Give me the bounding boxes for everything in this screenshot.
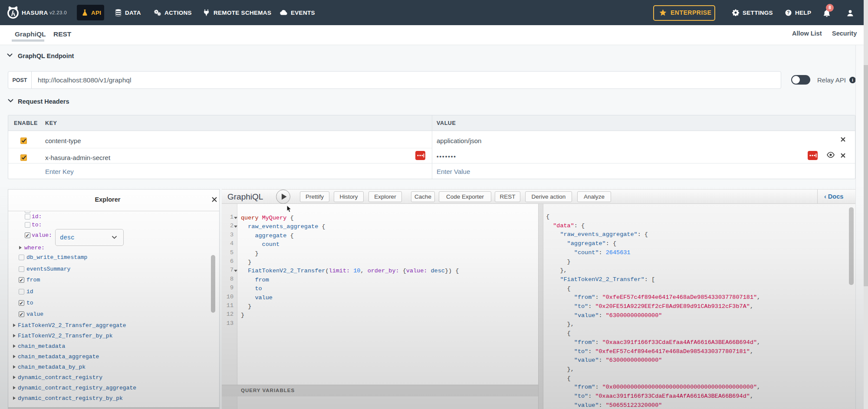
svg-text:?: ? [787,10,789,15]
